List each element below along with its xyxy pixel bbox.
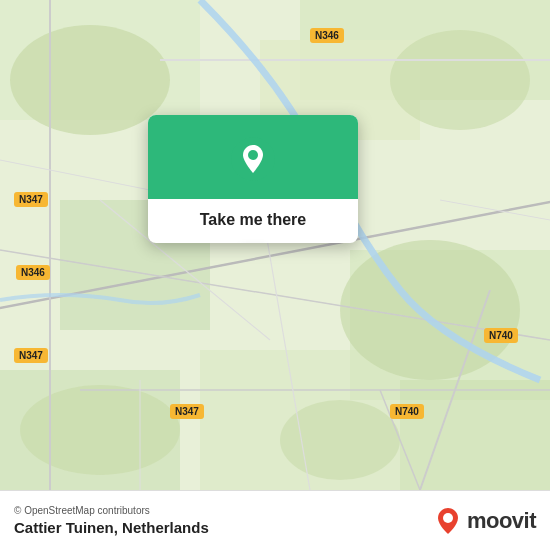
road-label-n346-left: N346: [16, 265, 50, 280]
attribution-text: © OpenStreetMap contributors: [14, 505, 209, 516]
road-label-n347-bottom: N347: [170, 404, 204, 419]
road-label-n346-top: N346: [310, 28, 344, 43]
svg-point-9: [10, 25, 170, 135]
popup-card: Take me there: [148, 115, 358, 243]
popup-green-section: [148, 115, 358, 199]
road-label-n740-right: N740: [484, 328, 518, 343]
road-label-n740-bottom: N740: [390, 404, 424, 419]
moovit-brand-text: moovit: [467, 508, 536, 534]
svg-point-27: [248, 150, 258, 160]
road-label-n347-left: N347: [14, 192, 48, 207]
svg-point-10: [390, 30, 530, 130]
road-label-n347-bottom-left: N347: [14, 348, 48, 363]
moovit-pin-icon: [433, 506, 463, 536]
svg-rect-7: [400, 380, 550, 490]
bottom-bar: © OpenStreetMap contributors Cattier Tui…: [0, 490, 550, 550]
svg-point-13: [280, 400, 400, 480]
map-svg: [0, 0, 550, 490]
location-pin-icon: [231, 137, 275, 181]
moovit-logo: moovit: [433, 506, 536, 536]
svg-point-12: [20, 385, 180, 475]
bottom-left-info: © OpenStreetMap contributors Cattier Tui…: [14, 505, 209, 536]
svg-point-28: [443, 513, 453, 523]
place-name-text: Cattier Tuinen, Netherlands: [14, 519, 209, 536]
take-me-there-button[interactable]: Take me there: [148, 199, 358, 243]
map-container: N346 N346 N347 N346 N347 N740 N347 N740 …: [0, 0, 550, 490]
